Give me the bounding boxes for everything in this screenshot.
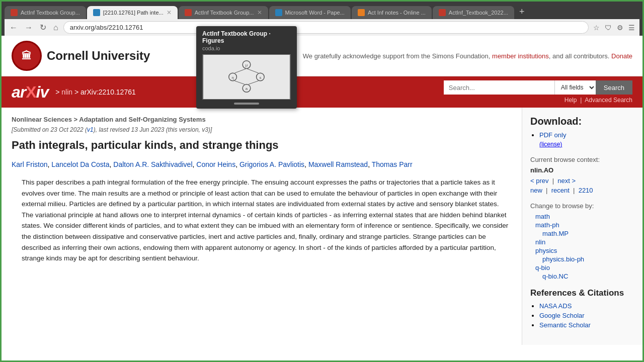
sidebar: Download: PDF only (license) Current bro… xyxy=(522,108,642,345)
reload-button[interactable]: ↻ xyxy=(38,22,48,33)
author-heins[interactable]: Conor Heins xyxy=(196,160,235,168)
address-bar[interactable] xyxy=(63,21,589,34)
context-nav: < prev | next > xyxy=(530,177,634,185)
tab-3-label: ActInf Textbook Group... xyxy=(195,10,254,16)
tab-4-label: Microsoft Word - Pape... xyxy=(285,10,345,16)
breadcrumb-nlin-link[interactable]: nlin xyxy=(61,88,72,96)
author-ramstead[interactable]: Maxwell Ramstead xyxy=(308,160,368,168)
new-tab-button[interactable]: + xyxy=(515,5,529,19)
svg-text:a: a xyxy=(246,86,248,91)
semantic-scholar-link[interactable]: Semantic Scholar xyxy=(539,321,591,329)
tooltip-url: coda.io xyxy=(202,45,291,51)
year-link[interactable]: 2210 xyxy=(579,187,593,194)
tab-2-label: [2210.12761] Path inte... xyxy=(103,10,164,16)
author-sakthivadivel[interactable]: Dalton A.R. Sakthivadivel xyxy=(113,160,192,168)
back-button[interactable]: ← xyxy=(8,22,20,33)
cornell-name: Cornell University xyxy=(47,49,150,63)
extension-icon[interactable]: ⚙ xyxy=(615,23,625,33)
browse-context-section: Current browse context: nlin.AO < prev |… xyxy=(530,156,634,194)
tooltip-title: ActInf Textbook Group · Figures xyxy=(202,30,291,44)
tab-1[interactable]: ActInf Textbook Group... xyxy=(5,6,86,19)
search-row: All fields Title Author Search xyxy=(444,80,632,95)
home-button[interactable]: ⌂ xyxy=(51,22,60,33)
arxiv-logo: arXiv xyxy=(12,83,48,102)
tab-bar: ActInf Textbook Group... [2210.12761] Pa… xyxy=(5,5,639,19)
search-input[interactable] xyxy=(444,80,554,95)
tab-4[interactable]: Microsoft Word - Pape... xyxy=(269,6,351,19)
tab-2[interactable]: [2210.12761] Path inte... ✕ xyxy=(87,6,178,19)
cornell-shield-icon: 🏛 xyxy=(12,41,42,71)
browse-context-label: Current browse context: xyxy=(530,156,634,163)
main-content: Nonlinear Sciences > Adaptation and Self… xyxy=(2,108,522,345)
download-title: Download: xyxy=(530,116,634,127)
tab-6[interactable]: ActInf_Textbook_2022... xyxy=(433,6,514,19)
browse-math-ph[interactable]: math-ph xyxy=(535,221,634,229)
nasa-ads-link[interactable]: NASA ADS xyxy=(539,302,572,310)
search-button[interactable]: Search xyxy=(596,80,632,95)
tab-3-close[interactable]: ✕ xyxy=(257,9,262,16)
browse-math[interactable]: math xyxy=(535,213,634,220)
svg-text:s: s xyxy=(259,75,261,80)
browse-q-bio-nc[interactable]: q-bio.NC xyxy=(535,273,634,280)
author-parr[interactable]: Thomas Parr xyxy=(372,160,413,168)
v1-link[interactable]: v1 xyxy=(87,126,94,133)
tab-3-favicon xyxy=(185,9,192,16)
browse-nlin[interactable]: nlin xyxy=(535,238,634,246)
refs-section: References & Citations NASA ADS Google S… xyxy=(530,288,634,329)
browse-physics-bio-ph[interactable]: physics.bio-ph xyxy=(535,255,634,263)
cornell-header: 🏛 Cornell University We gratefully ackno… xyxy=(2,36,642,76)
tab-2-favicon xyxy=(93,9,100,16)
author-pavliotis[interactable]: Grigorios A. Pavliotis xyxy=(239,160,304,168)
forward-button[interactable]: → xyxy=(23,22,35,33)
license-link[interactable]: (license) xyxy=(539,141,562,148)
tab-6-favicon xyxy=(439,9,446,16)
nasa-ads-item: NASA ADS xyxy=(539,302,634,310)
browse-math-mp[interactable]: math.MP xyxy=(535,230,634,237)
author-friston[interactable]: Karl Friston xyxy=(12,160,48,168)
breadcrumb: > nlin > arXiv:2210.12761 xyxy=(53,88,136,96)
tab-5[interactable]: Act Inf notes - Online ... xyxy=(352,6,432,19)
tab-4-favicon xyxy=(275,9,282,16)
nav-bar: ← → ↻ ⌂ ☆ 🛡 ⚙ ☰ xyxy=(5,19,639,36)
abstract: This paper describes a path integral for… xyxy=(12,177,512,264)
download-section: Download: PDF only (license) xyxy=(530,116,634,148)
browse-q-bio[interactable]: q-bio xyxy=(535,264,634,272)
change-browse-label: Change to browse by: xyxy=(530,202,634,210)
paper-category: Nonlinear Sciences > Adaptation and Self… xyxy=(12,116,512,123)
breadcrumb-arxiv-id: arXiv:2210.12761 xyxy=(80,88,136,96)
browse-physics[interactable]: physics xyxy=(535,247,634,254)
tab-3[interactable]: ActInf Textbook Group... ✕ xyxy=(179,6,268,19)
next-link[interactable]: next > xyxy=(557,177,576,185)
content-area: Nonlinear Sciences > Adaptation and Self… xyxy=(2,108,642,345)
new-link[interactable]: new xyxy=(530,187,542,194)
advanced-search-link[interactable]: Advanced Search xyxy=(585,97,632,104)
tab-5-favicon xyxy=(358,9,365,16)
cornell-logo: 🏛 Cornell University xyxy=(12,41,150,71)
help-link[interactable]: Help xyxy=(565,97,577,104)
prev-link[interactable]: < prev xyxy=(530,177,549,185)
donate-link[interactable]: Donate xyxy=(611,52,632,60)
recent-link[interactable]: recent xyxy=(551,187,570,194)
change-browse-section: Change to browse by: math math-ph math.M… xyxy=(530,202,634,280)
browser-chrome: ActInf Textbook Group... [2210.12761] Pa… xyxy=(2,2,642,36)
tooltip-preview: μ η s a xyxy=(202,54,291,100)
bookmark-icon[interactable]: ☆ xyxy=(592,23,601,33)
tab-1-favicon xyxy=(11,9,18,16)
semantic-scholar-item: Semantic Scholar xyxy=(539,321,634,329)
shield-icon[interactable]: 🛡 xyxy=(603,23,613,33)
menu-icon[interactable]: ☰ xyxy=(627,23,636,33)
tab-2-close[interactable]: ✕ xyxy=(167,9,172,16)
google-scholar-link[interactable]: Google Scholar xyxy=(539,312,585,319)
refs-title: References & Citations xyxy=(530,288,634,298)
svg-text:η: η xyxy=(231,75,233,80)
context-id: nlin.AO xyxy=(530,166,634,174)
tab-1-label: ActInf Textbook Group... xyxy=(21,10,80,16)
member-institutions-link[interactable]: member institutions xyxy=(492,52,549,60)
support-text: We gratefully acknowledge support from t… xyxy=(303,52,632,60)
field-select[interactable]: All fields Title Author xyxy=(554,80,596,95)
browse-links: math math-ph math.MP nlin physics physic… xyxy=(530,213,634,280)
author-dacosta[interactable]: Lancelot Da Costa xyxy=(51,160,109,168)
arxiv-logo-area: arXiv > nlin > arXiv:2210.12761 xyxy=(12,83,136,102)
pdf-link[interactable]: PDF only xyxy=(539,131,566,139)
download-list: PDF only xyxy=(530,131,634,139)
